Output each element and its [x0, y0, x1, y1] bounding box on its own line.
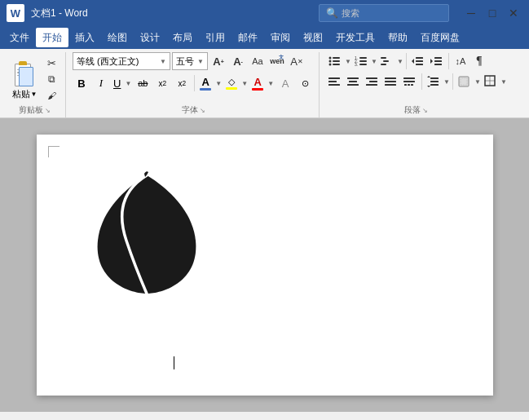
- menu-home[interactable]: 开始: [36, 28, 68, 47]
- svg-rect-5: [333, 64, 340, 65]
- window-title: 文档1 - Word: [31, 7, 312, 20]
- svg-rect-17: [416, 64, 423, 65]
- search-box[interactable]: 🔍 搜索: [319, 4, 449, 22]
- paste-button[interactable]: 粘贴 ▼: [8, 54, 41, 102]
- decrease-indent-button[interactable]: [409, 52, 427, 70]
- search-placeholder: 搜索: [342, 7, 359, 20]
- paste-arrow: ▼: [31, 91, 37, 98]
- menu-mailings[interactable]: 邮件: [231, 28, 264, 47]
- multilevel-list-button[interactable]: [378, 52, 396, 70]
- change-case-button[interactable]: Aa: [249, 52, 267, 70]
- font-label: 字体 ↘: [73, 104, 314, 116]
- svg-rect-28: [347, 84, 359, 86]
- text-shading-button[interactable]: A: [250, 74, 265, 92]
- svg-rect-39: [411, 84, 413, 86]
- svg-rect-37: [404, 84, 407, 86]
- strikethrough-button[interactable]: ab: [134, 74, 152, 92]
- ribbon: 粘贴 ▼ ✂ ⧉ 🖌 剪贴板 ↘: [0, 49, 529, 118]
- svg-rect-42: [430, 84, 439, 86]
- align-right-button[interactable]: [364, 73, 381, 91]
- superscript-button[interactable]: x2: [173, 74, 191, 92]
- svg-rect-23: [328, 77, 340, 79]
- highlight-button[interactable]: ◇: [224, 75, 239, 91]
- paragraph-group: ▼ 1.2.3. ▼ ▼: [321, 52, 512, 117]
- close-button[interactable]: ✕: [505, 6, 522, 20]
- show-formatting-button[interactable]: ¶: [470, 52, 488, 70]
- svg-rect-15: [416, 57, 423, 59]
- justify-button[interactable]: [382, 73, 400, 91]
- font-expand[interactable]: ↘: [200, 107, 205, 114]
- minimize-button[interactable]: ─: [462, 6, 480, 20]
- svg-rect-29: [366, 77, 377, 79]
- increase-indent-button[interactable]: [428, 52, 446, 70]
- svg-rect-35: [403, 77, 415, 79]
- underline-button[interactable]: U: [112, 76, 122, 91]
- line-spacing-button[interactable]: [425, 73, 443, 91]
- svg-rect-36: [403, 81, 415, 82]
- svg-rect-20: [434, 60, 442, 62]
- font-size-selector[interactable]: 五号 ▼: [172, 52, 208, 70]
- menu-bar: 文件 开始 插入 绘图 设计 布局 引用 邮件 审阅 视图 开发工具 帮助 百度…: [0, 26, 529, 49]
- svg-rect-11: [359, 64, 367, 65]
- menu-draw[interactable]: 绘图: [101, 28, 134, 47]
- svg-rect-41: [430, 81, 439, 82]
- bullet-list-button[interactable]: [326, 52, 344, 70]
- text-cursor: [174, 356, 174, 369]
- paragraph-expand[interactable]: ↘: [422, 107, 428, 114]
- encircle-char-button[interactable]: ⊙: [296, 74, 314, 92]
- menu-layout[interactable]: 布局: [166, 28, 199, 47]
- svg-rect-40: [430, 77, 439, 79]
- maximize-button[interactable]: □: [483, 6, 501, 20]
- svg-rect-34: [385, 84, 396, 86]
- char-border-button[interactable]: A: [276, 74, 294, 92]
- menu-developer[interactable]: 开发工具: [329, 28, 381, 47]
- clipboard-expand[interactable]: ↘: [45, 107, 51, 114]
- distributed-button[interactable]: [401, 73, 419, 91]
- svg-point-2: [329, 60, 332, 63]
- phonetic-guide-button[interactable]: wen 文: [268, 52, 286, 70]
- font-name-arrow: ▼: [160, 58, 166, 65]
- format-painter-button[interactable]: 🖌: [42, 88, 60, 103]
- word-logo: W: [7, 4, 24, 22]
- menu-insert[interactable]: 插入: [68, 28, 101, 47]
- menu-references[interactable]: 引用: [199, 28, 231, 47]
- leaf-image: [86, 167, 208, 300]
- svg-point-4: [329, 64, 332, 66]
- increase-font-button[interactable]: A+: [209, 52, 227, 70]
- document-page[interactable]: [37, 135, 493, 396]
- menu-help[interactable]: 帮助: [381, 28, 414, 47]
- cut-button[interactable]: ✂: [42, 55, 60, 70]
- italic-button[interactable]: I: [92, 74, 110, 92]
- sort-button[interactable]: ↕A: [452, 52, 469, 70]
- clear-format-button[interactable]: A✕: [288, 52, 306, 70]
- font-color-button[interactable]: A: [198, 74, 213, 92]
- shading-button[interactable]: [456, 73, 474, 91]
- page-corner-marker: [48, 146, 60, 157]
- menu-view[interactable]: 视图: [297, 28, 329, 47]
- menu-design[interactable]: 设计: [134, 28, 166, 47]
- subscript-button[interactable]: x2: [153, 74, 171, 92]
- align-left-button[interactable]: [326, 73, 344, 91]
- svg-rect-14: [381, 64, 386, 65]
- bold-button[interactable]: B: [73, 74, 90, 92]
- document-area: [0, 118, 529, 412]
- svg-rect-13: [383, 60, 389, 62]
- menu-file[interactable]: 文件: [3, 28, 36, 47]
- svg-rect-7: [359, 57, 367, 59]
- svg-rect-32: [385, 77, 396, 79]
- svg-marker-44: [427, 86, 430, 87]
- svg-rect-24: [328, 81, 337, 82]
- copy-button[interactable]: ⧉: [42, 72, 60, 86]
- paste-label: 粘贴: [12, 88, 30, 100]
- numbered-list-button[interactable]: 1.2.3.: [352, 52, 370, 70]
- svg-rect-9: [359, 60, 367, 62]
- decrease-font-button[interactable]: A-: [229, 52, 247, 70]
- menu-baidu[interactable]: 百度网盘: [414, 28, 466, 47]
- menu-review[interactable]: 审阅: [264, 28, 297, 47]
- font-name-selector[interactable]: 等线 (西文正文) ▼: [73, 52, 170, 70]
- font-size-value: 五号: [176, 55, 194, 68]
- align-center-button[interactable]: [345, 73, 363, 91]
- borders-button[interactable]: [482, 73, 500, 91]
- font-group: 等线 (西文正文) ▼ 五号 ▼ A+ A- Aa wen 文 A✕: [68, 52, 320, 117]
- svg-rect-1: [333, 57, 340, 59]
